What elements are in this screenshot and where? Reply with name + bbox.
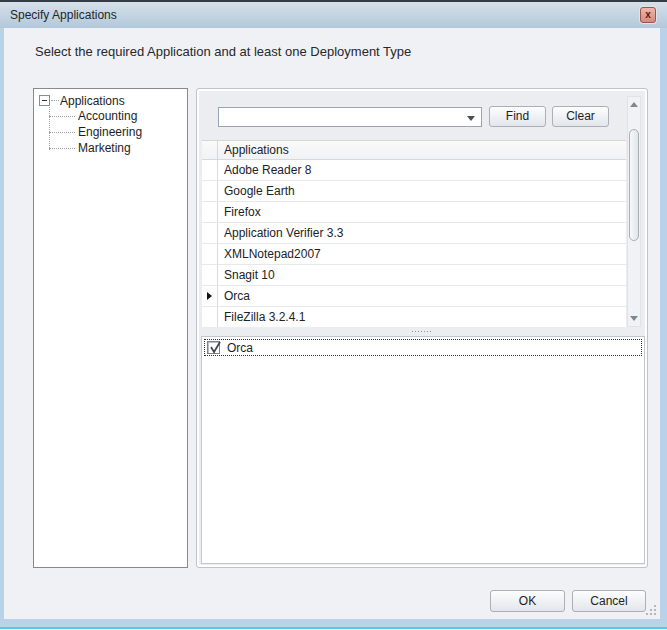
table-row[interactable]: Firefox [202, 202, 626, 223]
vertical-scrollbar[interactable] [627, 96, 641, 327]
ok-button[interactable]: OK [490, 590, 565, 612]
application-name-cell: XMLNotepad2007 [218, 244, 321, 264]
row-indicator-cell [202, 265, 218, 285]
current-row-arrow-icon [207, 292, 212, 300]
application-name-cell: Orca [218, 286, 250, 306]
cancel-button[interactable]: Cancel [572, 590, 646, 612]
row-indicator-cell [202, 181, 218, 201]
checkbox-checked-icon[interactable] [207, 341, 220, 354]
tree-root-label: Applications [60, 94, 125, 108]
resize-grip-icon[interactable] [646, 605, 658, 617]
row-indicator-cell [202, 307, 218, 327]
close-icon[interactable]: x [640, 7, 656, 23]
application-name-cell: Adobe Reader 8 [218, 160, 311, 180]
scrollbar-thumb[interactable] [629, 129, 639, 241]
grid-header-label: Applications [218, 141, 289, 159]
row-indicator-cell [202, 202, 218, 222]
scroll-down-icon[interactable] [628, 312, 640, 325]
row-indicator-cell [202, 160, 218, 180]
tree-connector-line [49, 105, 50, 150]
tree-connector-line [49, 116, 75, 117]
application-name-cell: Snagit 10 [218, 265, 275, 285]
dialog-client-area: Select the required Application and at l… [4, 28, 660, 619]
applications-tree-panel: Applications AccountingEngineeringMarket… [33, 88, 188, 568]
splitter-handle[interactable] [411, 330, 433, 333]
search-combobox[interactable] [218, 107, 482, 127]
search-input[interactable] [221, 109, 459, 125]
tree-item-engineering[interactable]: Engineering [78, 125, 142, 141]
dialog-window: Specify Applications x Select the requir… [0, 0, 667, 630]
tree-item-marketing[interactable]: Marketing [78, 141, 131, 157]
tree-item-applications[interactable]: Applications [39, 93, 125, 108]
table-row[interactable]: FileZilla 3.2.4.1 [202, 307, 626, 327]
selected-applications-panel: Orca [201, 336, 645, 564]
grid-header-row[interactable]: Applications [202, 141, 626, 160]
clear-button[interactable]: Clear [552, 106, 609, 127]
application-name-cell: Firefox [218, 202, 261, 222]
title-bar[interactable]: Specify Applications x [0, 0, 667, 28]
tree-connector-line [49, 132, 75, 133]
table-row[interactable]: Orca [202, 286, 626, 307]
tree-item-accounting[interactable]: Accounting [78, 109, 137, 125]
row-indicator-cell [202, 244, 218, 264]
find-button[interactable]: Find [489, 106, 546, 127]
table-row[interactable]: Application Verifier 3.3 [202, 223, 626, 244]
grid-rows: Adobe Reader 8Google EarthFirefoxApplica… [202, 160, 626, 327]
dialog-instruction-text: Select the required Application and at l… [35, 44, 411, 59]
table-row[interactable]: Snagit 10 [202, 265, 626, 286]
chevron-down-icon[interactable] [467, 116, 475, 121]
tree-connector-line [51, 100, 59, 101]
row-indicator-cell [202, 286, 218, 306]
list-item[interactable]: Orca [204, 339, 642, 356]
table-row[interactable]: Adobe Reader 8 [202, 160, 626, 181]
selected-item-label: Orca [227, 341, 253, 355]
application-name-cell: Google Earth [218, 181, 295, 201]
window-title: Specify Applications [10, 8, 117, 22]
tree-connector-line [49, 148, 75, 149]
application-name-cell: Application Verifier 3.3 [218, 223, 343, 243]
application-name-cell: FileZilla 3.2.4.1 [218, 307, 305, 327]
table-row[interactable]: Google Earth [202, 181, 626, 202]
scroll-up-icon[interactable] [628, 98, 640, 111]
row-indicator-cell [202, 223, 218, 243]
table-row[interactable]: XMLNotepad2007 [202, 244, 626, 265]
applications-grid: Applications Adobe Reader 8Google EarthF… [202, 140, 626, 327]
application-picker-group: Find Clear Applications Adobe Reader 8Go… [196, 88, 648, 568]
row-indicator-cell [202, 141, 218, 159]
